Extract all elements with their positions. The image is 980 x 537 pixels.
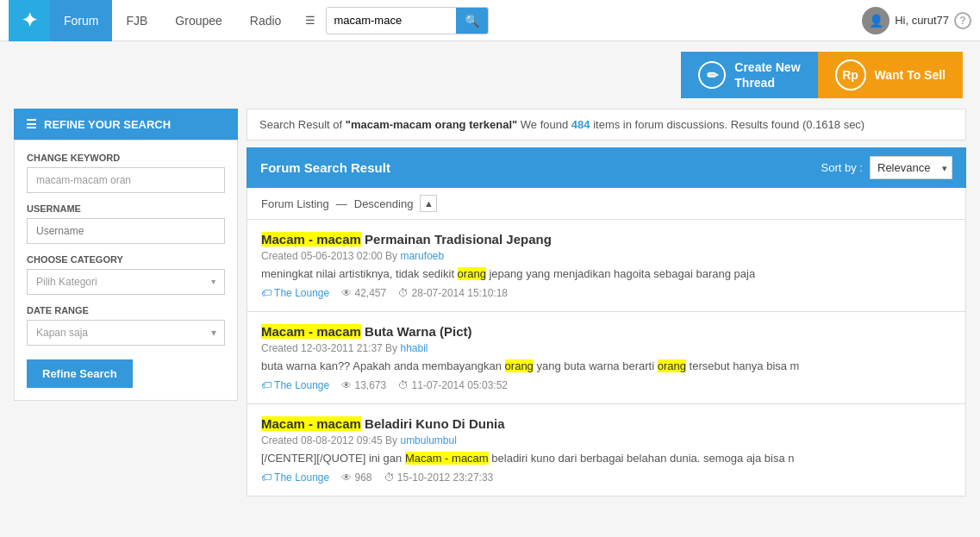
user-greeting: Hi, curut77 bbox=[895, 14, 949, 27]
item-meta: Created 12-03-2011 21:37 By hhabil bbox=[261, 342, 952, 354]
category-select[interactable]: Pilih Kategori bbox=[27, 269, 225, 295]
results-panel: Search Result of "macam-macam orang terk… bbox=[247, 109, 966, 496]
username-label: USERNAME bbox=[27, 203, 225, 214]
nav-item-forum[interactable]: Forum bbox=[50, 0, 112, 41]
create-thread-button[interactable]: ✏ Create NewThread bbox=[681, 52, 817, 98]
refine-search-button[interactable]: Refine Search bbox=[27, 359, 133, 388]
refine-body: CHANGE KEYWORD USERNAME CHOOSE CATEGORY … bbox=[14, 140, 238, 401]
item-tag: 🏷 The Lounge bbox=[261, 287, 329, 299]
sort-label: Sort by : bbox=[821, 161, 863, 174]
listing-label: Forum Listing bbox=[261, 197, 329, 210]
nav-item-radio[interactable]: Radio bbox=[236, 0, 296, 41]
item-tag: 🏷 The Lounge bbox=[261, 379, 329, 391]
title-highlight: Macam - macam bbox=[261, 324, 361, 339]
search-query: "macam-macam orang terkenal" bbox=[346, 118, 517, 131]
item-excerpt: meningkat nilai artistiknya, tidak sedik… bbox=[261, 267, 952, 280]
date-select[interactable]: Kapan saja Hari ini Minggu ini Bulan ini bbox=[27, 320, 225, 346]
date-label: DATE RANGE bbox=[27, 305, 225, 315]
item-meta: Created 08-08-2012 09:45 By umbulumbul bbox=[261, 434, 952, 446]
sort-area: Sort by : Relevance Date Views bbox=[821, 156, 952, 179]
logo[interactable]: ✦ bbox=[9, 0, 50, 41]
listing-bar: Forum Listing — Descending ▲ bbox=[247, 188, 966, 220]
top-navigation: ✦ Forum FJB Groupee Radio ☰ 🔍 👤 Hi, curu… bbox=[0, 0, 980, 41]
menu-icon[interactable]: ☰ bbox=[302, 14, 319, 27]
search-middle: We found bbox=[521, 118, 571, 131]
logo-icon: ✦ bbox=[22, 9, 37, 32]
nav-item-fjb[interactable]: FJB bbox=[112, 0, 161, 41]
item-time: ⏱ 28-07-2014 15:10:18 bbox=[398, 287, 508, 299]
item-footer: 🏷 The Lounge 👁 13,673 ⏱ 11-07-2014 05:03… bbox=[261, 379, 952, 391]
keyword-input[interactable] bbox=[27, 167, 225, 193]
item-footer: 🏷 The Lounge 👁 42,457 ⏱ 28-07-2014 15:10… bbox=[261, 287, 952, 299]
pencil-icon: ✏ bbox=[698, 61, 726, 89]
result-item: Macam - macam Permainan Tradisional Jepa… bbox=[247, 220, 966, 312]
item-meta: Created 05-06-2013 02:00 By marufoeb bbox=[261, 250, 952, 262]
title-highlight: Macam - macam bbox=[261, 232, 361, 247]
refine-header: ☰ REFINE YOUR SEARCH bbox=[14, 109, 238, 140]
search-input[interactable] bbox=[327, 14, 456, 27]
results-title: Forum Search Result bbox=[260, 160, 390, 175]
sort-select[interactable]: Relevance Date Views bbox=[870, 156, 952, 179]
item-excerpt: buta warna kan?? Apakah anda membayangka… bbox=[261, 359, 952, 372]
item-views: 👁 968 bbox=[341, 471, 371, 484]
search-count: 484 bbox=[571, 118, 590, 131]
action-bar: ✏ Create NewThread Rp Want To Sell bbox=[0, 41, 980, 109]
result-item: Macam - macam Beladiri Kuno Di Dunia Cre… bbox=[247, 404, 966, 496]
search-prefix: Search Result of bbox=[259, 118, 346, 131]
result-item: Macam - macam Buta Warna (Pict) Created … bbox=[247, 312, 966, 404]
item-tag: 🏷 The Lounge bbox=[261, 471, 329, 484]
listing-dash: — bbox=[336, 197, 347, 210]
search-suffix: items in forum discussions. Results foun… bbox=[593, 118, 865, 131]
want-to-sell-label: Want To Sell bbox=[875, 68, 946, 82]
results-header: Forum Search Result Sort by : Relevance … bbox=[247, 147, 966, 188]
sort-select-wrap: Relevance Date Views bbox=[870, 156, 952, 179]
help-icon[interactable]: ? bbox=[954, 12, 971, 29]
title-highlight: Macam - macam bbox=[261, 416, 361, 431]
refine-title: REFINE YOUR SEARCH bbox=[44, 118, 171, 131]
item-time: ⏱ 15-10-2012 23:27:33 bbox=[384, 471, 494, 484]
category-label: CHOOSE CATEGORY bbox=[27, 254, 225, 265]
item-views: 👁 13,673 bbox=[341, 379, 386, 391]
title-rest: Beladiri Kuno Di Dunia bbox=[365, 416, 505, 431]
excerpt-highlight: orang bbox=[505, 359, 534, 372]
item-title: Macam - macam Permainan Tradisional Jepa… bbox=[261, 232, 952, 247]
category-select-wrap: Pilih Kategori bbox=[27, 269, 225, 295]
create-thread-label: Create NewThread bbox=[734, 59, 800, 91]
keyword-label: CHANGE KEYWORD bbox=[27, 153, 225, 163]
sort-direction-button[interactable]: ▲ bbox=[420, 195, 437, 212]
main-content: ☰ REFINE YOUR SEARCH CHANGE KEYWORD USER… bbox=[0, 109, 980, 514]
item-footer: 🏷 The Lounge 👁 968 ⏱ 15-10-2012 23:27:33 bbox=[261, 471, 952, 484]
nav-item-groupee[interactable]: Groupee bbox=[161, 0, 235, 41]
search-box: 🔍 bbox=[326, 7, 489, 34]
excerpt-highlight: orang bbox=[458, 267, 486, 280]
title-rest: Permainan Tradisional Jepang bbox=[365, 232, 552, 247]
item-title: Macam - macam Beladiri Kuno Di Dunia bbox=[261, 416, 952, 431]
author-link[interactable]: umbulumbul bbox=[400, 434, 456, 446]
item-views: 👁 42,457 bbox=[341, 287, 386, 299]
list-icon: ☰ bbox=[26, 117, 37, 131]
date-select-wrap: Kapan saja Hari ini Minggu ini Bulan ini bbox=[27, 320, 225, 346]
item-time: ⏱ 11-07-2014 05:03:52 bbox=[398, 379, 508, 391]
sidebar: ☰ REFINE YOUR SEARCH CHANGE KEYWORD USER… bbox=[14, 109, 238, 496]
search-button[interactable]: 🔍 bbox=[456, 7, 488, 34]
item-title: Macam - macam Buta Warna (Pict) bbox=[261, 324, 952, 339]
item-excerpt: [/CENTER][/QUOTE] ini gan Macam - macam … bbox=[261, 452, 952, 465]
user-area: 👤 Hi, curut77 ? bbox=[862, 7, 971, 34]
author-link[interactable]: hhabil bbox=[400, 342, 428, 354]
author-link[interactable]: marufoeb bbox=[400, 250, 444, 262]
excerpt-highlight-2: orang bbox=[658, 359, 686, 372]
listing-order: Descending bbox=[354, 197, 414, 210]
want-to-sell-button[interactable]: Rp Want To Sell bbox=[818, 52, 963, 98]
avatar[interactable]: 👤 bbox=[862, 7, 889, 34]
username-input[interactable] bbox=[27, 218, 225, 244]
title-rest: Buta Warna (Pict) bbox=[365, 324, 471, 339]
excerpt-highlight: Macam - macam bbox=[405, 452, 489, 465]
search-info-bar: Search Result of "macam-macam orang terk… bbox=[247, 109, 966, 140]
rp-icon: Rp bbox=[835, 59, 866, 91]
